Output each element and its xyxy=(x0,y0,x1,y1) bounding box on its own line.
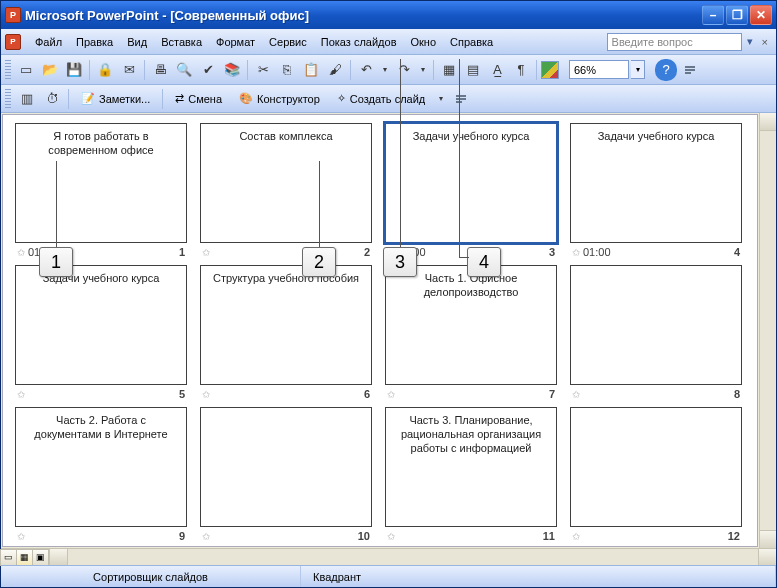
slide-number: 9 xyxy=(179,530,185,542)
help-search-input[interactable]: Введите вопрос xyxy=(607,33,742,51)
spellcheck-button[interactable]: ✔ xyxy=(197,59,219,81)
permission-button[interactable]: 🔒 xyxy=(94,59,116,81)
menu-format[interactable]: Формат xyxy=(210,33,261,51)
new-button[interactable]: ▭ xyxy=(15,59,37,81)
slide-thumbnail[interactable]: Структура учебного пособия xyxy=(200,265,372,385)
slide-thumbnail[interactable] xyxy=(570,265,742,385)
slide-title xyxy=(571,266,741,272)
slide-cell: Задачи учебного курса✩01:003 xyxy=(385,123,557,259)
zoom-input[interactable]: 66% xyxy=(569,60,629,79)
help-button[interactable]: ? xyxy=(655,59,677,81)
app-window: P Microsoft PowerPoint - [Современный оф… xyxy=(0,0,777,588)
mail-button[interactable]: ✉ xyxy=(118,59,140,81)
table-button[interactable]: ▤ xyxy=(462,59,484,81)
new-slide-dropdown-icon[interactable]: ▾ xyxy=(435,88,447,110)
new-slide-button[interactable]: ✧ Создать слайд xyxy=(330,88,432,110)
show-formatting-icon[interactable]: ¶ xyxy=(510,59,532,81)
slide-cell: Состав комплекса✩2 xyxy=(200,123,372,259)
color-grayscale-button[interactable] xyxy=(541,61,559,79)
chart-button[interactable]: ▦ xyxy=(438,59,460,81)
slide-thumbnail[interactable]: Задачи учебного курса xyxy=(15,265,187,385)
open-button[interactable]: 📂 xyxy=(39,59,61,81)
slide-time: 01:00 xyxy=(583,246,611,258)
menu-window[interactable]: Окно xyxy=(405,33,443,51)
callout-3-label: 3 xyxy=(395,252,405,273)
slide-thumbnail[interactable]: Часть 2. Работа с документами в Интернет… xyxy=(15,407,187,527)
notes-button[interactable]: 📝 Заметки... xyxy=(74,88,157,110)
cut-button[interactable]: ✂ xyxy=(252,59,274,81)
mdi-close-button[interactable]: × xyxy=(758,36,772,48)
window-app-name: Microsoft PowerPoint xyxy=(25,8,159,23)
transition-icon: ⇄ xyxy=(175,92,184,105)
slide-title: Я готов работать в современном офисе xyxy=(16,124,186,158)
content-area: Я готов работать в современном офисе✩01:… xyxy=(1,113,776,548)
slide-thumbnail[interactable] xyxy=(200,407,372,527)
minimize-button[interactable]: – xyxy=(702,5,724,25)
sorter-view-button[interactable]: ▦ xyxy=(16,549,33,566)
slideshow-view-button[interactable]: ▣ xyxy=(32,549,49,566)
help-search-dropdown-icon[interactable]: ▾ xyxy=(744,35,756,48)
menu-help[interactable]: Справка xyxy=(444,33,499,51)
research-button[interactable]: 📚 xyxy=(221,59,243,81)
undo-dropdown-icon[interactable]: ▾ xyxy=(379,59,391,81)
transition-indicator-icon: ✩ xyxy=(572,389,580,400)
save-button[interactable]: 💾 xyxy=(63,59,85,81)
vertical-scrollbar[interactable] xyxy=(759,113,776,548)
hide-slide-button[interactable]: ▥ xyxy=(16,88,38,110)
slide-number: 7 xyxy=(549,388,555,400)
slide-number: 12 xyxy=(728,530,740,542)
transition-indicator-icon: ✩ xyxy=(17,389,25,400)
copy-button[interactable]: ⎘ xyxy=(276,59,298,81)
slide-title xyxy=(201,408,371,414)
new-slide-icon: ✧ xyxy=(337,92,346,105)
toolbar-options-icon[interactable] xyxy=(679,59,701,81)
toolbar-options-icon[interactable] xyxy=(450,88,472,110)
toolbar-grip[interactable] xyxy=(5,60,11,80)
menu-file[interactable]: Файл xyxy=(29,33,68,51)
print-button[interactable]: 🖶 xyxy=(149,59,171,81)
normal-view-button[interactable]: ▭ xyxy=(0,549,17,566)
slide-title: Часть 3. Планирование, рациональная орга… xyxy=(386,408,556,455)
slide-thumbnail[interactable] xyxy=(570,407,742,527)
undo-button[interactable]: ↶ xyxy=(355,59,377,81)
print-preview-button[interactable]: 🔍 xyxy=(173,59,195,81)
menu-tools[interactable]: Сервис xyxy=(263,33,313,51)
slide-title: Структура учебного пособия xyxy=(201,266,371,286)
slide-number: 8 xyxy=(734,388,740,400)
format-painter-button[interactable]: 🖌 xyxy=(324,59,346,81)
slide-number: 2 xyxy=(364,246,370,258)
menu-view[interactable]: Вид xyxy=(121,33,153,51)
toolbar-grip[interactable] xyxy=(5,89,11,109)
close-button[interactable]: ✕ xyxy=(750,5,772,25)
slide-thumbnail[interactable]: Часть 1. Офисное делопроизводство xyxy=(385,265,557,385)
menu-edit[interactable]: Правка xyxy=(70,33,119,51)
slide-sorter-pane[interactable]: Я готов работать в современном офисе✩01:… xyxy=(2,114,758,547)
slide-meta: ✩6 xyxy=(200,385,372,401)
slide-thumbnail[interactable]: Задачи учебного курса xyxy=(385,123,557,243)
transition-indicator-icon: ✩ xyxy=(202,531,210,542)
paste-button[interactable]: 📋 xyxy=(300,59,322,81)
app-icon: P xyxy=(5,7,21,23)
horizontal-scrollbar[interactable] xyxy=(50,549,776,565)
slide-thumbnail[interactable]: Часть 3. Планирование, рациональная орга… xyxy=(385,407,557,527)
zoom-dropdown-icon[interactable]: ▾ xyxy=(631,60,645,79)
transition-indicator-icon: ✩ xyxy=(387,531,395,542)
menu-slideshow[interactable]: Показ слайдов xyxy=(315,33,403,51)
slide-meta: ✩2 xyxy=(200,243,372,259)
transition-indicator-icon: ✩ xyxy=(572,247,580,258)
menu-insert[interactable]: Вставка xyxy=(155,33,208,51)
slide-thumbnail[interactable]: Я готов работать в современном офисе xyxy=(15,123,187,243)
expand-all-icon[interactable]: A̲ xyxy=(486,59,508,81)
redo-dropdown-icon[interactable]: ▾ xyxy=(417,59,429,81)
slide-cell: Часть 1. Офисное делопроизводство✩7 xyxy=(385,265,557,401)
transition-indicator-icon: ✩ xyxy=(17,531,25,542)
maximize-button[interactable]: ❐ xyxy=(726,5,748,25)
transition-button[interactable]: ⇄ Смена xyxy=(168,88,229,110)
slide-title: Состав комплекса xyxy=(201,124,371,144)
design-button[interactable]: 🎨 Конструктор xyxy=(232,88,327,110)
slide-thumbnail[interactable]: Задачи учебного курса xyxy=(570,123,742,243)
redo-button[interactable]: ↷ xyxy=(393,59,415,81)
slide-cell: Задачи учебного курса✩5 xyxy=(15,265,187,401)
slide-thumbnail[interactable]: Состав комплекса xyxy=(200,123,372,243)
rehearse-timer-button[interactable]: ⏱ xyxy=(41,88,63,110)
